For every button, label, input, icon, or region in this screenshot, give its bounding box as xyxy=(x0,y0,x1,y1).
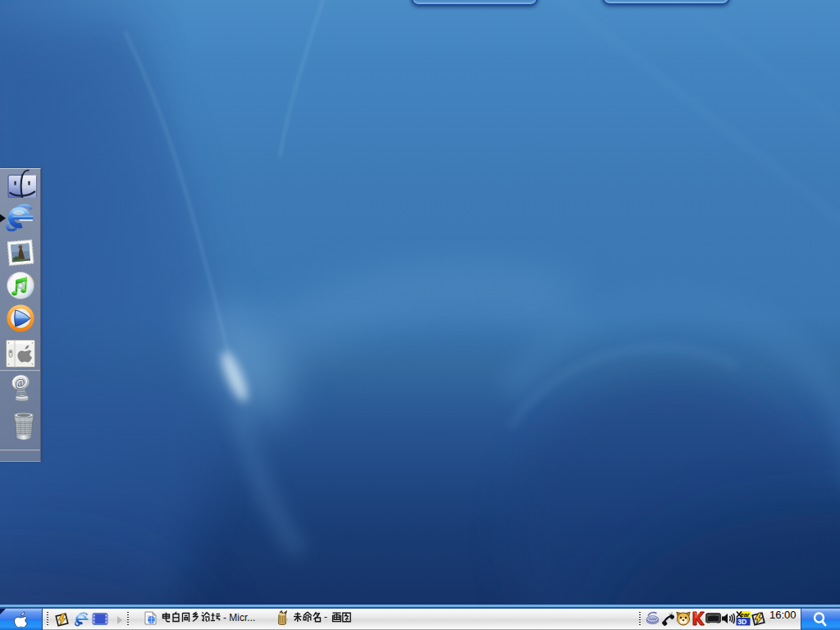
svg-text:ear: ear xyxy=(741,611,751,619)
svg-text:-: - xyxy=(324,611,327,623)
svg-text:- Micr...: - Micr... xyxy=(223,612,255,623)
svg-text:3D: 3D xyxy=(737,618,746,626)
